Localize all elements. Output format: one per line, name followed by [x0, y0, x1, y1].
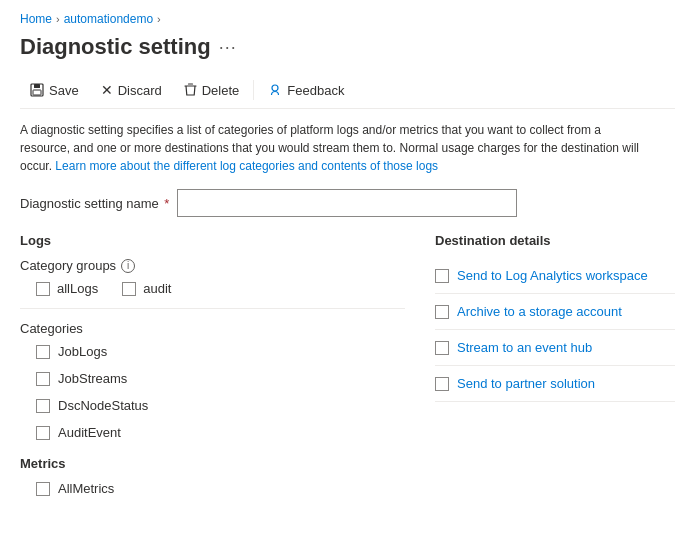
audit-label[interactable]: audit	[143, 281, 171, 296]
left-section: Logs Category groups i allLogs audit	[20, 233, 405, 508]
audit-checkbox[interactable]	[122, 282, 136, 296]
category-groups-checkboxes: allLogs audit	[20, 281, 405, 296]
jobLogs-checkbox[interactable]	[36, 345, 50, 359]
partner-solution-checkbox[interactable]	[435, 377, 449, 391]
discard-button[interactable]: ✕ Discard	[91, 78, 172, 102]
destination-event-hub: Stream to an event hub	[435, 330, 675, 366]
audit-checkbox-item: audit	[122, 281, 171, 296]
metrics-section: Metrics AllMetrics	[20, 456, 405, 496]
allMetrics-label[interactable]: AllMetrics	[58, 481, 114, 496]
dscNodeStatus-label[interactable]: DscNodeStatus	[58, 398, 148, 413]
auditEvent-row: AuditEvent	[20, 425, 405, 440]
allLogs-checkbox-item: allLogs	[36, 281, 98, 296]
diagnostic-name-field-row: Diagnostic setting name *	[20, 189, 675, 217]
destination-section-title: Destination details	[435, 233, 675, 248]
page-container: Home › automationdemo › Diagnostic setti…	[0, 0, 695, 554]
allMetrics-checkbox[interactable]	[36, 482, 50, 496]
svg-rect-2	[33, 90, 41, 95]
partner-solution-label[interactable]: Send to partner solution	[457, 376, 595, 391]
discard-icon: ✕	[101, 82, 113, 98]
dscNodeStatus-checkbox[interactable]	[36, 399, 50, 413]
categories-section: Categories JobLogs JobStreams DscNodeSta…	[20, 321, 405, 440]
dscNodeStatus-row: DscNodeStatus	[20, 398, 405, 413]
delete-button[interactable]: Delete	[174, 79, 250, 102]
more-options-icon[interactable]: ···	[219, 37, 237, 58]
page-header: Diagnostic setting ···	[20, 34, 675, 60]
breadcrumb-automationdemo[interactable]: automationdemo	[64, 12, 153, 26]
jobStreams-checkbox[interactable]	[36, 372, 50, 386]
learn-more-link[interactable]: Learn more about the different log categ…	[55, 159, 438, 173]
delete-icon	[184, 83, 197, 97]
allLogs-checkbox[interactable]	[36, 282, 50, 296]
auditEvent-label[interactable]: AuditEvent	[58, 425, 121, 440]
jobLogs-row: JobLogs	[20, 344, 405, 359]
toolbar-separator	[253, 80, 254, 100]
breadcrumb: Home › automationdemo ›	[20, 12, 675, 26]
destination-partner-solution: Send to partner solution	[435, 366, 675, 402]
description-text: A diagnostic setting specifies a list of…	[20, 121, 640, 175]
categories-title: Categories	[20, 321, 405, 336]
main-content: Logs Category groups i allLogs audit	[20, 233, 675, 508]
feedback-label: Feedback	[287, 83, 344, 98]
event-hub-label[interactable]: Stream to an event hub	[457, 340, 592, 355]
diagnostic-name-label: Diagnostic setting name *	[20, 196, 169, 211]
page-title: Diagnostic setting	[20, 34, 211, 60]
log-analytics-checkbox[interactable]	[435, 269, 449, 283]
logs-section: Logs Category groups i allLogs audit	[20, 233, 405, 440]
auditEvent-checkbox[interactable]	[36, 426, 50, 440]
breadcrumb-separator-1: ›	[56, 13, 60, 25]
right-section: Destination details Send to Log Analytic…	[435, 233, 675, 508]
storage-account-label[interactable]: Archive to a storage account	[457, 304, 622, 319]
feedback-button[interactable]: Feedback	[258, 79, 354, 102]
required-star: *	[161, 196, 170, 211]
event-hub-checkbox[interactable]	[435, 341, 449, 355]
destination-log-analytics: Send to Log Analytics workspace	[435, 258, 675, 294]
logs-divider	[20, 308, 405, 309]
discard-label: Discard	[118, 83, 162, 98]
jobStreams-label[interactable]: JobStreams	[58, 371, 127, 386]
category-groups-subsection: Category groups i	[20, 258, 405, 273]
delete-label: Delete	[202, 83, 240, 98]
storage-account-checkbox[interactable]	[435, 305, 449, 319]
jobLogs-label[interactable]: JobLogs	[58, 344, 107, 359]
logs-section-title: Logs	[20, 233, 405, 248]
breadcrumb-home[interactable]: Home	[20, 12, 52, 26]
diagnostic-name-input[interactable]	[177, 189, 517, 217]
toolbar: Save ✕ Discard Delete Feedback	[20, 72, 675, 109]
save-label: Save	[49, 83, 79, 98]
save-icon	[30, 83, 44, 97]
allLogs-label[interactable]: allLogs	[57, 281, 98, 296]
category-groups-label: Category groups	[20, 258, 116, 273]
metrics-section-title: Metrics	[20, 456, 405, 471]
svg-point-3	[272, 85, 278, 91]
svg-rect-1	[34, 84, 40, 88]
allMetrics-row: AllMetrics	[20, 481, 405, 496]
destination-storage-account: Archive to a storage account	[435, 294, 675, 330]
breadcrumb-separator-2: ›	[157, 13, 161, 25]
jobStreams-row: JobStreams	[20, 371, 405, 386]
log-analytics-label[interactable]: Send to Log Analytics workspace	[457, 268, 648, 283]
category-groups-info-icon[interactable]: i	[121, 259, 135, 273]
save-button[interactable]: Save	[20, 79, 89, 102]
feedback-icon	[268, 83, 282, 97]
